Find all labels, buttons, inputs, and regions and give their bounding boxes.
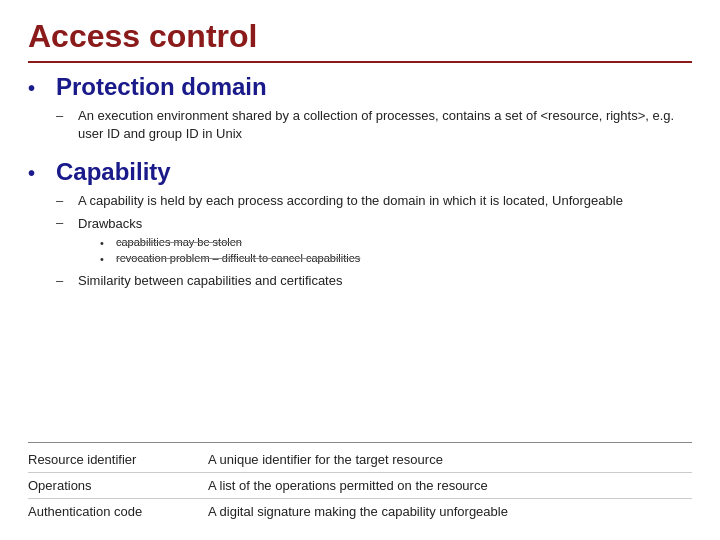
drawback-text-1: capabilities may be stolen: [116, 235, 242, 250]
table-value-2: A list of the operations permitted on th…: [208, 478, 692, 493]
drawback-2: • revocation problem – difficult to canc…: [100, 251, 360, 266]
capability-heading: Capability: [56, 158, 171, 186]
table-section: Resource identifier A unique identifier …: [28, 447, 692, 524]
protection-domain-header: • Protection domain: [28, 73, 692, 101]
drawbacks-subbullets: • capabilities may be stolen • revocatio…: [100, 235, 360, 267]
capability-text-3: Similarity between capabilities and cert…: [78, 272, 342, 290]
capability-text-1: A capability is held by each process acc…: [78, 192, 623, 210]
table-value-3: A digital signature making the capabilit…: [208, 504, 692, 519]
bullet-dot-1: •: [28, 77, 44, 100]
table-row-3: Authentication code A digital signature …: [28, 499, 692, 524]
dash-4: –: [56, 273, 70, 288]
protection-domain-text-1: An execution environment shared by a col…: [78, 107, 692, 143]
capability-item-2: – Drawbacks • capabilities may be stolen…: [56, 214, 692, 269]
capability-item-1: – A capability is held by each process a…: [56, 192, 692, 210]
sub-bullet-dot-2: •: [100, 253, 110, 265]
dash-1: –: [56, 108, 70, 123]
dash-2: –: [56, 193, 70, 208]
capability-item-3: – Similarity between capabilities and ce…: [56, 272, 692, 290]
main-content: • Protection domain – An execution envir…: [28, 73, 692, 434]
table-label-1: Resource identifier: [28, 452, 208, 467]
capability-subitems: – A capability is held by each process a…: [56, 192, 692, 292]
protection-domain-heading: Protection domain: [56, 73, 267, 101]
slide-title: Access control: [28, 18, 692, 55]
bottom-divider: [28, 442, 692, 443]
drawback-text-2: revocation problem – difficult to cancel…: [116, 251, 360, 266]
table-row-2: Operations A list of the operations perm…: [28, 473, 692, 499]
capability-text-2: Drawbacks: [78, 216, 142, 231]
drawback-1: • capabilities may be stolen: [100, 235, 360, 250]
protection-domain-item-1: – An execution environment shared by a c…: [56, 107, 692, 143]
bullet-dot-2: •: [28, 162, 44, 185]
protection-domain-subitems: – An execution environment shared by a c…: [56, 107, 692, 146]
dash-3: –: [56, 215, 70, 230]
title-divider: [28, 61, 692, 63]
table-value-1: A unique identifier for the target resou…: [208, 452, 692, 467]
capability-header: • Capability: [28, 158, 692, 186]
table-label-2: Operations: [28, 478, 208, 493]
slide: Access control • Protection domain – An …: [0, 0, 720, 540]
table-row-1: Resource identifier A unique identifier …: [28, 447, 692, 473]
table-label-3: Authentication code: [28, 504, 208, 519]
sub-bullet-dot-1: •: [100, 237, 110, 249]
